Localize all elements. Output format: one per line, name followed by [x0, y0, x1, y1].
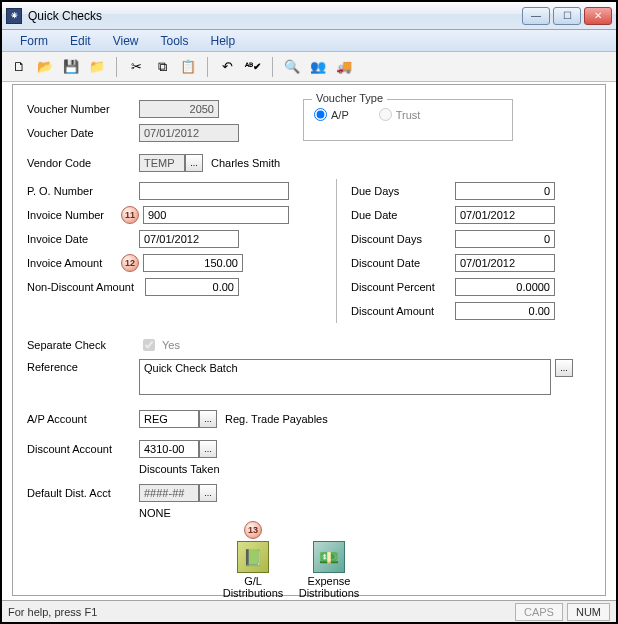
statusbar: For help, press F1 CAPS NUM	[2, 600, 616, 622]
invoice-date-field[interactable]	[139, 230, 239, 248]
menu-edit[interactable]: Edit	[60, 31, 101, 51]
discount-date-label: Discount Date	[351, 257, 455, 269]
undo-icon[interactable]: ↶	[216, 56, 238, 78]
discount-amount-label: Discount Amount	[351, 305, 455, 317]
separate-check-checkbox	[143, 339, 155, 351]
folder-up-icon[interactable]: 📁	[86, 56, 108, 78]
maximize-button[interactable]: ☐	[553, 7, 581, 25]
separate-check-label: Separate Check	[27, 339, 139, 351]
default-dist-code-field	[139, 484, 199, 502]
voucher-number-label: Voucher Number	[27, 103, 139, 115]
nondiscount-amount-label: Non-Discount Amount	[27, 281, 145, 293]
voucher-type-trust: Trust	[379, 108, 421, 121]
discount-percent-field[interactable]	[455, 278, 555, 296]
expense-icon: 💵	[313, 541, 345, 573]
new-icon[interactable]: 🗋	[8, 56, 30, 78]
discount-days-label: Discount Days	[351, 233, 455, 245]
menu-help[interactable]: Help	[201, 31, 246, 51]
voucher-type-label: Voucher Type	[312, 92, 387, 104]
separate-check-yes: Yes	[162, 339, 180, 351]
due-days-label: Due Days	[351, 185, 455, 197]
status-caps: CAPS	[515, 603, 563, 621]
invoice-amount-field[interactable]	[143, 254, 243, 272]
default-dist-label: Default Dist. Acct	[27, 487, 139, 499]
invoice-number-field[interactable]	[143, 206, 289, 224]
toolbar: 🗋 📂 💾 📁 ✂ ⧉ 📋 ↶ ᴬᴮ✔ 🔍 👥 🚚	[2, 52, 616, 82]
voucher-type-trust-radio	[379, 108, 392, 121]
reference-lookup-button[interactable]: ...	[555, 359, 573, 377]
discount-account-lookup-button[interactable]: ...	[199, 440, 217, 458]
menu-tools[interactable]: Tools	[150, 31, 198, 51]
discount-days-field[interactable]	[455, 230, 555, 248]
expense-distributions-label: Expense Distributions	[299, 575, 360, 599]
content-area: Voucher Number Voucher Date Voucher Type…	[12, 84, 606, 596]
ap-account-code-field[interactable]	[139, 410, 199, 428]
binoculars-icon[interactable]: 🔍	[281, 56, 303, 78]
paste-icon[interactable]: 📋	[177, 56, 199, 78]
status-num: NUM	[567, 603, 610, 621]
minimize-button[interactable]: —	[522, 7, 550, 25]
invoice-number-label: Invoice Number	[27, 209, 121, 221]
status-help-text: For help, press F1	[8, 606, 97, 618]
po-number-label: P. O. Number	[27, 185, 139, 197]
window-title: Quick Checks	[28, 9, 102, 23]
due-days-field[interactable]	[455, 182, 555, 200]
ledger-icon: 📗	[237, 541, 269, 573]
due-date-field[interactable]	[455, 206, 555, 224]
marker-11: 11	[121, 206, 139, 224]
ap-account-lookup-button[interactable]: ...	[199, 410, 217, 428]
discount-date-field[interactable]	[455, 254, 555, 272]
titlebar: ✳ Quick Checks — ☐ ✕	[2, 2, 616, 30]
discount-account-desc: Discounts Taken	[139, 463, 591, 475]
save-icon[interactable]: 💾	[60, 56, 82, 78]
app-icon: ✳	[6, 8, 22, 24]
menu-view[interactable]: View	[103, 31, 149, 51]
nondiscount-amount-field[interactable]	[145, 278, 239, 296]
due-date-label: Due Date	[351, 209, 455, 221]
invoice-amount-label: Invoice Amount	[27, 257, 121, 269]
voucher-date-label: Voucher Date	[27, 127, 139, 139]
reference-field[interactable]: Quick Check Batch	[139, 359, 551, 395]
discount-percent-label: Discount Percent	[351, 281, 455, 293]
menubar: Form Edit View Tools Help	[2, 30, 616, 52]
vendor-name: Charles Smith	[211, 157, 280, 169]
vendor-code-field	[139, 154, 185, 172]
marker-12: 12	[121, 254, 139, 272]
open-icon[interactable]: 📂	[34, 56, 56, 78]
ap-account-label: A/P Account	[27, 413, 139, 425]
gl-distributions-button[interactable]: 📗 G/L Distributions	[217, 541, 289, 599]
discount-amount-field[interactable]	[455, 302, 555, 320]
spellcheck-icon[interactable]: ᴬᴮ✔	[242, 56, 264, 78]
discount-account-code-field[interactable]	[139, 440, 199, 458]
voucher-number-field	[139, 100, 219, 118]
voucher-type-ap[interactable]: A/P	[314, 108, 349, 121]
voucher-type-ap-radio[interactable]	[314, 108, 327, 121]
default-dist-desc: NONE	[139, 507, 591, 519]
po-number-field[interactable]	[139, 182, 289, 200]
gl-distributions-label: G/L Distributions	[223, 575, 284, 599]
close-button[interactable]: ✕	[584, 7, 612, 25]
reference-label: Reference	[27, 359, 139, 395]
vendor-code-label: Vendor Code	[27, 157, 139, 169]
vendor-lookup-button[interactable]: ...	[185, 154, 203, 172]
ap-account-desc: Reg. Trade Payables	[225, 413, 328, 425]
menu-form[interactable]: Form	[10, 31, 58, 51]
cut-icon[interactable]: ✂	[125, 56, 147, 78]
people-icon[interactable]: 👥	[307, 56, 329, 78]
truck-icon[interactable]: 🚚	[333, 56, 355, 78]
expense-distributions-button[interactable]: 💵 Expense Distributions	[293, 541, 365, 599]
invoice-date-label: Invoice Date	[27, 233, 139, 245]
default-dist-lookup-button[interactable]: ...	[199, 484, 217, 502]
copy-icon[interactable]: ⧉	[151, 56, 173, 78]
discount-account-label: Discount Account	[27, 443, 139, 455]
marker-13: 13	[244, 521, 262, 539]
voucher-date-field	[139, 124, 239, 142]
